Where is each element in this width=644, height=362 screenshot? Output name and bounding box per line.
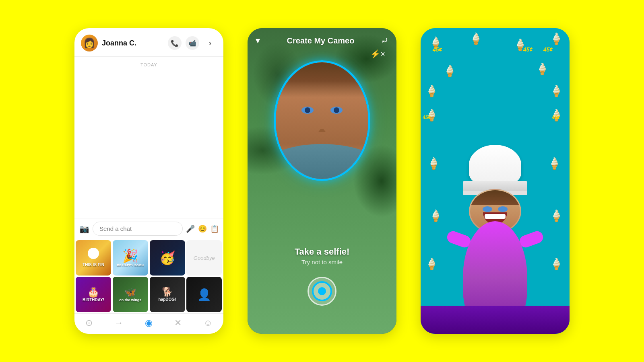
char-eye-right [498,206,508,212]
sticker-this-is-fin[interactable]: THIS IS FIN [76,240,111,276]
emoji-button[interactable]: 😊 [198,224,207,233]
icecream-16: 🍦 [549,84,564,98]
today-label: TODAY [140,62,157,67]
badge-45-2: 45¢ [523,46,533,53]
icecream-14: 🍦 [549,257,564,271]
face-container [274,60,370,181]
icecream-11: 🍦 [429,209,443,222]
sticker-hapdog[interactable]: 🐕 hapDOG! [150,277,185,312]
cameo-header: ▾ Create My Cameo ⤾ [248,28,396,51]
bottom-nav: ⊙ → ◉ ✕ ☺ [74,313,223,334]
phone-cameo: ▾ Create My Cameo ⤾ ⚡× Take [248,28,396,334]
video-call-button[interactable]: 📹 [186,36,199,50]
badge-45-3: 45¢ [543,46,553,53]
icecream-2: 🍦 [469,32,483,45]
sticker-goodbye[interactable]: Goodbye [186,240,222,276]
char-teeth [485,214,506,219]
cameo-result-background: 🍦 🍦 🍦 🍦 🍦 🍦 45¢ 45¢ 45¢ 🍦 🍦 🍦 🍦 🍦 🍦 🍦 🍦 … [421,28,570,334]
char-eye-left [483,206,492,212]
icecream-4: 🍦 [549,32,564,45]
icecream-10: 🍦 [547,157,561,170]
phone-call-button[interactable]: 📞 [168,36,182,50]
shirt [274,144,370,181]
more-button[interactable]: › [203,36,217,50]
rotate-icon[interactable]: ⤾ [381,35,388,46]
sticker-birthday[interactable]: 🎂 BIRTHDAY! [76,277,111,312]
avatar: 👩 [81,35,98,51]
badge-side-l: 45¢ [423,115,431,120]
chat-body: TODAY [74,57,223,218]
location-button[interactable]: 📍 [222,224,223,233]
hair [274,60,370,97]
cameo-background: ▾ Create My Cameo ⤾ ⚡× Take [248,28,396,334]
icecream-13: 🍦 [425,257,439,271]
face-oval [274,60,370,181]
chat-input-row: 📷 🎤 😊 📋 📍 [74,218,223,239]
purple-bottom-bar [421,306,570,334]
nav-arrow-icon[interactable]: → [114,318,123,328]
nav-active-icon[interactable]: ◉ [145,318,153,328]
icecream-12: 🍦 [549,209,564,222]
sticker-grid: THIS IS FIN 🎉 BE HAPPY SOON 🥳 Goodbye 🎂 … [74,239,223,313]
chef-hat-top [469,145,521,185]
sticker-dark4[interactable]: 👤 [186,277,222,312]
camera-button[interactable]: 📷 [79,224,89,234]
icecream-6: 🍦 [535,62,549,76]
nose [318,123,326,132]
icecream-9: 🍦 [427,157,441,170]
chevron-down-icon[interactable]: ▾ [256,35,260,46]
badge-45: 45¢ [433,46,442,53]
shutter-inner [312,281,332,301]
icecream-15: 🍦 [425,84,439,98]
icecream-5: 🍦 [443,64,457,78]
cameo-instructions: Take a selfie! Try not to smile [248,247,396,265]
chat-user-name: Joanna C. [102,39,164,47]
eye-right [330,107,343,114]
sticker-party[interactable]: 🥳 [150,240,185,276]
nav-stickers-icon[interactable]: ⊙ [85,318,93,328]
take-selfie-text: Take a selfie! [248,247,396,257]
nav-face-icon[interactable]: ☺ [203,318,212,328]
try-not-smile-text: Try not to smile [248,259,396,265]
flash-icon[interactable]: ⚡× [370,49,385,59]
nav-cross-icon[interactable]: ✕ [174,318,182,328]
chat-header: 👩 Joanna C. 📞 📹 › [74,28,223,57]
sticker-button[interactable]: 📋 [210,224,219,233]
char-hair [469,189,521,205]
badge-side-r: 45¢ [552,115,560,120]
eye-left [301,107,314,114]
shutter-dot [318,287,326,295]
face-inner [276,62,368,179]
cameo-title: Create My Cameo [287,36,355,45]
person-face [276,62,368,179]
phone-cameo-result: 🍦 🍦 🍦 🍦 🍦 🍦 45¢ 45¢ 45¢ 🍦 🍦 🍦 🍦 🍦 🍦 🍦 🍦 … [421,28,570,334]
shutter-button[interactable] [308,277,336,306]
sticker-on-the-wings[interactable]: 🦋 on the wings [113,277,148,312]
phone-chat: 👩 Joanna C. 📞 📹 › TODAY 📷 🎤 😊 📋 📍 THIS I… [74,28,223,334]
chat-input[interactable] [93,222,183,236]
chat-action-icons: 📞 📹 › [168,36,217,50]
sticker-be-happy[interactable]: 🎉 BE HAPPY SOON [113,240,148,276]
microphone-button[interactable]: 🎤 [186,224,195,233]
